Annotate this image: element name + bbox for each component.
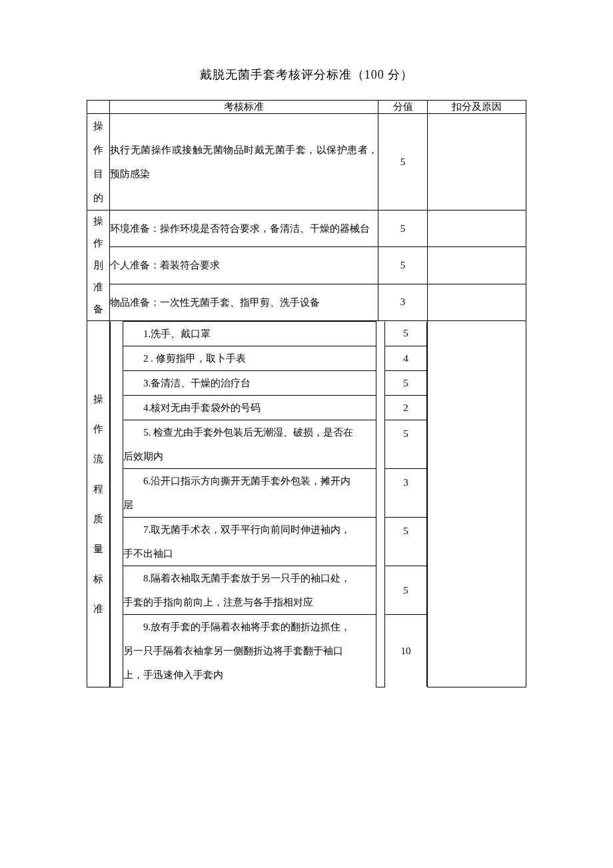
label-purpose: 操作目的 — [87, 114, 110, 211]
cell-prep-item-reason — [428, 284, 526, 320]
step-9-text: 9.放有手套的手隔着衣袖将手套的翻折边抓住， 另一只手隔着衣袖拿另一侧翻折边将手… — [123, 615, 376, 687]
label-process: 操作流程质量标准 — [87, 321, 110, 687]
cell-prep-person-reason — [428, 247, 526, 284]
cell-prep-env-score: 5 — [378, 211, 428, 247]
cell-prep-env-reason — [428, 211, 526, 247]
step-9-score: 10 — [385, 615, 427, 687]
step-5-text: 5. 检查尤由手套外包装后无潮湿、破损，是否在 后效期内 — [123, 420, 376, 469]
cell-purpose-reason — [428, 114, 526, 211]
cell-process-reason — [428, 321, 526, 687]
header-blank — [87, 101, 110, 114]
step-3-score: 5 — [385, 371, 427, 396]
step-4-text: 4.核对无由手套袋外的号码 — [123, 396, 376, 420]
process-inner-table: 1.洗手、戴口罩 5 2 . 修剪指甲，取卜手表 4 3.备清洁、干燥的治疗台 … — [110, 321, 427, 687]
step-3-text: 3.备清洁、干燥的治疗台 — [123, 371, 376, 396]
step-7-score: 5 — [385, 518, 427, 566]
header-score: 分值 — [378, 101, 428, 114]
step-1-score: 5 — [385, 322, 427, 346]
step-7-text: 7.取无菌手术衣，双手平行向前同时伸进袖内， 手不出袖口 — [123, 518, 376, 566]
row-prep-3: 物品准备：一次性无菌手套、指甲剪、洗手设备 3 — [87, 284, 526, 320]
step-6-score: 3 — [385, 469, 427, 518]
cell-prep-env-text: 环境准备：操作环境是否符合要求，备清洁、干燥的器械台 — [110, 211, 378, 247]
row-purpose: 操作目的 执行无菌操作或接触无菌物品时戴无菌手套，以保护患者，预防感染 5 — [87, 114, 526, 211]
cell-prep-person-score: 5 — [378, 247, 428, 284]
step-8-score: 5 — [385, 566, 427, 615]
table-header-row: 考核标准 分值 扣分及原因 — [87, 101, 526, 114]
page-title: 戴脱无菌手套考核评分标准（100 分） — [87, 67, 526, 83]
step-4-score: 2 — [385, 396, 427, 420]
row-process: 操作流程质量标准 1.洗手、戴口罩 5 — [87, 321, 526, 687]
step-2-score: 4 — [385, 346, 427, 371]
inner-left-gap — [111, 322, 123, 687]
row-prep-2: 个人准备：着装符合要求 5 — [87, 247, 526, 284]
header-reason: 扣分及原因 — [428, 101, 526, 114]
step-row-1: 1.洗手、戴口罩 5 — [111, 322, 427, 346]
step-2-text: 2 . 修剪指甲，取卜手表 — [123, 346, 376, 371]
step-5-score: 5 — [385, 420, 427, 469]
scoring-table: 考核标准 分值 扣分及原因 操作目的 执行无菌操作或接触无菌物品时戴无菌手套，以… — [87, 100, 526, 687]
cell-process-inner-wrap: 1.洗手、戴口罩 5 2 . 修剪指甲，取卜手表 4 3.备清洁、干燥的治疗台 … — [110, 321, 428, 687]
cell-purpose-score: 5 — [378, 114, 428, 211]
step-1-text: 1.洗手、戴口罩 — [123, 322, 376, 346]
inner-right-gap — [376, 322, 385, 687]
row-prep-1: 操作刖准备 环境准备：操作环境是否符合要求，备清洁、干燥的器械台 5 — [87, 211, 526, 247]
cell-prep-item-text: 物品准备：一次性无菌手套、指甲剪、洗手设备 — [110, 284, 378, 320]
step-6-text: 6.沿开口指示方向撕开无菌手套外包装，摊开内 层 — [123, 469, 376, 518]
cell-prep-person-text: 个人准备：着装符合要求 — [110, 247, 378, 284]
step-8-text: 8.隔着衣袖取无菌手套放于另一只手的袖口处， 手套的手指向前向上，注意与各手指相… — [123, 566, 376, 615]
cell-purpose-text: 执行无菌操作或接触无菌物品时戴无菌手套，以保护患者，预防感染 — [110, 114, 378, 211]
label-prep: 操作刖准备 — [87, 211, 110, 321]
header-criteria: 考核标准 — [110, 101, 378, 114]
cell-prep-item-score: 3 — [378, 284, 428, 320]
document-page: 戴脱无菌手套考核评分标准（100 分） 考核标准 分值 扣分及原因 操作目的 执… — [0, 0, 613, 868]
